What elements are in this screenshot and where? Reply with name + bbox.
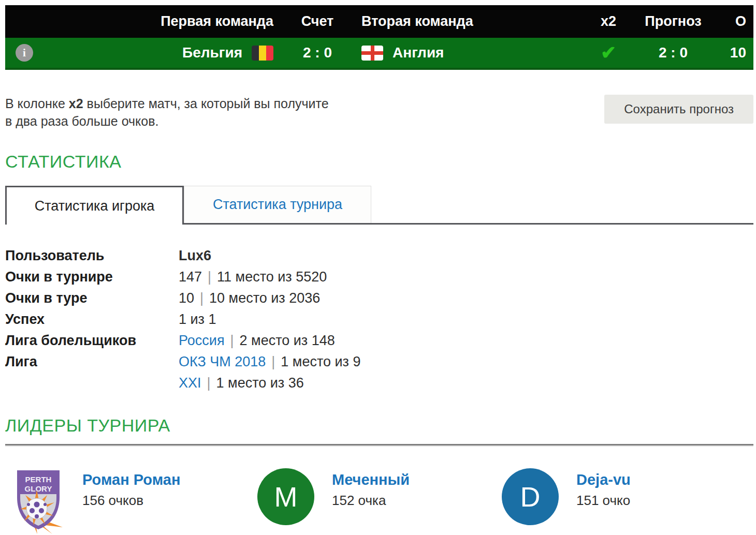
crest-text-line2: GLORY [25, 484, 52, 493]
stat-row-league: Лига ОКЗ ЧМ 2018|1 место из 9 XXI|1 мест… [5, 351, 753, 394]
second-team-name: Англия [392, 44, 444, 61]
stat-label: Лига [5, 351, 179, 373]
tab-tournament-statistics[interactable]: Статистика турнира [184, 186, 371, 223]
stat-detail: 2 место из 148 [240, 333, 335, 348]
match-score: 2 : 0 [273, 44, 361, 61]
stat-label: Лига болельщиков [5, 330, 179, 351]
tab-player-statistics[interactable]: Статистика игрока [5, 186, 184, 225]
separator: | [230, 333, 234, 348]
header-forecast: Прогноз [629, 13, 717, 29]
hint-line1-post: выберите матч, за который вы получите [83, 96, 329, 111]
leader-item-1: PERTH GLORY [13, 468, 257, 534]
perth-glory-crest-logo[interactable]: PERTH GLORY [13, 468, 65, 534]
hint-line1-pre: В колонке [5, 96, 69, 111]
statistics-title: СТАТИСТИКА [5, 152, 753, 172]
stat-detail: 1 место из 36 [216, 375, 304, 391]
statistics-tabs: Статистика игрока Статистика турнира [5, 186, 753, 225]
crest-text-line1: PERTH [25, 475, 52, 484]
header-points: О [717, 13, 753, 29]
leader-name-link[interactable]: Роман Роман [82, 471, 180, 488]
leader-item-2: M Меченный 152 очка [257, 468, 502, 534]
stat-value: 147 [179, 269, 202, 285]
fan-league-link[interactable]: Россия [179, 333, 225, 348]
stat-detail: 10 место из 2036 [209, 290, 320, 306]
match-table-header: Первая команда Счет Вторая команда x2 Пр… [5, 5, 753, 38]
leaders-title: ЛИДЕРЫ ТУРНИРА [5, 415, 753, 436]
stat-label: Очки в туре [5, 288, 179, 309]
stat-row-round-points: Очки в туре 10|10 место из 2036 [5, 288, 753, 309]
match-row: i Бельгия 2 : 0 Англия ✔ 2 : 0 10 [5, 38, 753, 70]
hint-line-1: В колонке x2 выберите матч, за который в… [5, 95, 329, 112]
header-x2: x2 [588, 13, 629, 29]
player-statistics-list: Пользователь Lux6 Очки в турнире 147|11 … [5, 245, 753, 394]
leader-name-link[interactable]: Меченный [332, 471, 410, 488]
hint-x2-bold: x2 [69, 96, 83, 111]
leader-points: 151 очко [576, 493, 631, 509]
belgium-flag-icon [252, 46, 273, 61]
league-line-2: XXI|1 место из 36 [179, 373, 360, 394]
points-value: 10 [717, 44, 753, 61]
leader-points: 152 очка [332, 493, 410, 509]
stat-value: 1 из 1 [179, 311, 216, 327]
league-link-2[interactable]: XXI [179, 375, 201, 391]
forecast-page: Первая команда Счет Вторая команда x2 Пр… [0, 0, 756, 534]
tournament-leaders: PERTH GLORY [5, 468, 753, 534]
stat-label: Пользователь [5, 245, 179, 266]
stat-row-fan-league: Лига болельщиков Россия|2 место из 148 [5, 330, 753, 351]
info-icon[interactable]: i [16, 44, 33, 62]
x2-hint-text: В колонке x2 выберите матч, за который в… [5, 95, 329, 130]
league-link-1[interactable]: ОКЗ ЧМ 2018 [179, 354, 266, 369]
stat-row-user: Пользователь Lux6 [5, 245, 753, 266]
stat-row-tournament-points: Очки в турнире 147|11 место из 5520 [5, 266, 753, 288]
header-score: Счет [273, 13, 361, 29]
separator: | [271, 354, 275, 369]
leader-points: 156 очков [82, 493, 180, 509]
section-divider [5, 444, 753, 445]
username-value: Lux6 [179, 248, 211, 263]
stat-value: 10 [179, 290, 194, 306]
leader-avatar-letter[interactable]: M [257, 468, 314, 525]
stat-label: Очки в турнире [5, 266, 179, 288]
separator: | [208, 269, 211, 285]
separator: | [200, 290, 203, 306]
leader-avatar-letter[interactable]: D [502, 468, 559, 525]
leader-item-3: D Deja-vu 151 очко [502, 468, 746, 534]
stat-row-success: Успех 1 из 1 [5, 309, 753, 330]
save-forecast-button[interactable]: Сохранить прогноз [604, 95, 753, 124]
forecast-value: 2 : 0 [629, 44, 717, 61]
x2-checkmark-icon[interactable]: ✔ [601, 43, 616, 62]
england-flag-icon [361, 46, 383, 61]
hint-line-2: в два раза больше очков. [5, 112, 329, 130]
stat-detail: 1 место из 9 [281, 354, 360, 369]
header-second-team: Вторая команда [361, 13, 588, 29]
first-team-name: Бельгия [182, 44, 242, 61]
header-first-team: Первая команда [47, 13, 273, 29]
separator: | [207, 375, 211, 391]
stat-label: Успех [5, 309, 179, 330]
leader-name-link[interactable]: Deja-vu [576, 471, 631, 488]
league-line-1: ОКЗ ЧМ 2018|1 место из 9 [179, 351, 360, 373]
hint-row: В колонке x2 выберите матч, за который в… [5, 95, 753, 130]
stat-detail: 11 место из 5520 [217, 269, 327, 285]
